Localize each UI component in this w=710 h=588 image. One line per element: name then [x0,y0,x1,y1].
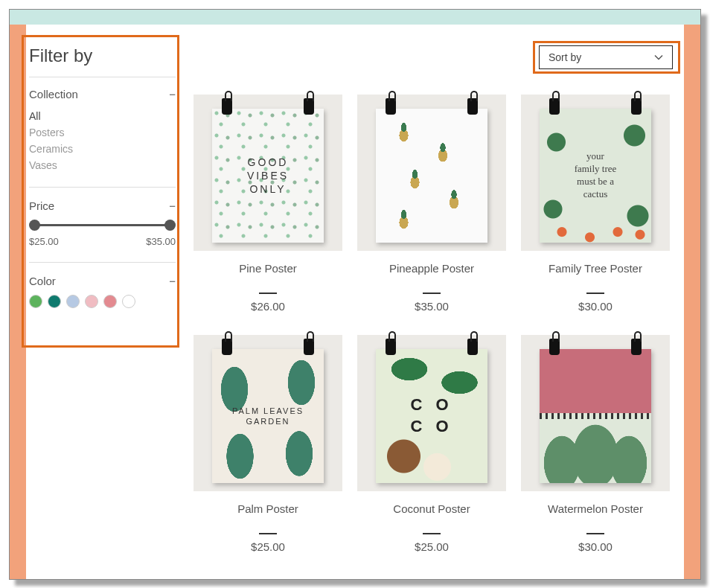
collection-section-toggle[interactable]: Collection − [29,88,186,100]
binder-clip-icon [304,339,314,355]
product-card[interactable]: PALM LEAVESGARDENPalm Poster$25.00 [194,335,342,553]
product-name: Pine Poster [194,261,342,291]
divider [259,533,277,534]
divider [29,187,176,188]
filter-sidebar: Filter by Collection − AllPostersCeramic… [26,38,186,308]
product-thumbnail [521,335,670,491]
binder-clip-icon [549,98,560,115]
collection-list: AllPostersCeramicsVases [29,108,186,173]
filter-title: Filter by [29,45,186,66]
divider [423,293,441,294]
binder-clip-icon [467,98,478,115]
product-thumbnail: C OC O [357,335,506,491]
sort-dropdown[interactable]: Sort by [539,45,673,69]
poster-art-text: GOODVIBESONLY [212,109,324,243]
product-name: Palm Poster [194,502,342,531]
binder-clip-icon [549,339,560,355]
divider [423,533,441,534]
binder-clip-icon [631,339,642,355]
product-card[interactable]: Watermelon Poster$30.00 [521,335,670,553]
product-card[interactable]: yourfamily treemust be acactusFamily Tre… [521,95,670,313]
product-thumbnail [357,95,506,251]
color-label: Color [29,275,56,287]
chevron-down-icon [654,54,663,60]
product-card[interactable]: C OC OCoconut Poster$25.00 [357,335,506,553]
product-card[interactable]: GOODVIBESONLYPine Poster$26.00 [194,95,342,313]
poster-art-text: PALM LEAVESGARDEN [212,349,324,483]
poster-art [540,349,651,483]
minus-icon: − [169,91,176,98]
binder-clip-icon [386,339,396,355]
poster-art-text: yourfamily treemust be acactus [540,109,651,243]
binder-clip-icon [222,339,232,355]
color-swatch[interactable] [48,295,61,308]
product-card[interactable]: Pineapple Poster$35.00 [357,95,506,313]
product-thumbnail: yourfamily treemust be acactus [521,95,670,251]
sort-label: Sort by [549,51,581,63]
product-name: Coconut Poster [357,502,506,531]
price-max: $35.00 [146,236,176,247]
color-swatch[interactable] [29,295,42,308]
product-price: $26.00 [194,300,342,313]
minus-icon: − [169,202,176,210]
divider [29,262,176,263]
collection-item[interactable]: Posters [29,124,186,141]
price-section-toggle[interactable]: Price − [29,199,186,212]
collection-item[interactable]: Ceramics [29,141,186,157]
poster-art: C OC O [376,349,487,483]
top-band [10,10,700,25]
poster-art-text: C OC O [376,349,487,483]
poster-art: GOODVIBESONLY [212,109,324,243]
divider [586,533,604,534]
product-price: $25.00 [194,540,342,553]
color-swatch[interactable] [122,295,135,308]
poster-art [376,109,487,243]
slider-handle-min[interactable] [29,220,40,231]
price-label: Price [29,199,54,212]
product-thumbnail: PALM LEAVESGARDEN [194,335,342,491]
color-swatch[interactable] [103,295,117,308]
product-grid: GOODVIBESONLYPine Poster$26.00Pineapple … [194,35,684,553]
minus-icon: − [169,278,176,285]
product-price: $35.00 [357,300,506,313]
divider [259,293,277,294]
product-name: Watermelon Poster [521,502,670,531]
poster-art: PALM LEAVESGARDEN [212,349,324,483]
color-swatch[interactable] [66,295,80,308]
product-price: $25.00 [357,540,506,553]
collection-label: Collection [29,88,78,100]
product-name: Family Tree Poster [521,261,670,291]
binder-clip-icon [386,98,396,115]
price-slider[interactable] [29,220,176,231]
binder-clip-icon [304,98,314,115]
slider-track-line [34,224,170,226]
app-frame: Filter by Collection − AllPostersCeramic… [9,9,701,580]
slider-handle-max[interactable] [164,220,176,231]
collection-item[interactable]: Vases [29,157,186,173]
color-swatches [29,295,186,308]
product-name: Pineapple Poster [357,261,506,291]
product-thumbnail: GOODVIBESONLY [194,95,342,251]
product-price: $30.00 [521,540,670,553]
product-grid-area: Sort by GOODVIBESONLYPine Poster$26.00Pi… [194,35,684,564]
price-min: $25.00 [29,236,59,247]
product-price: $30.00 [521,300,670,313]
binder-clip-icon [631,98,642,115]
binder-clip-icon [222,98,232,115]
poster-art: yourfamily treemust be acactus [540,109,651,243]
color-swatch[interactable] [85,295,98,308]
binder-clip-icon [467,339,478,355]
divider [586,293,604,294]
collection-item[interactable]: All [29,108,186,124]
divider [29,77,176,77]
color-section-toggle[interactable]: Color − [29,275,186,287]
